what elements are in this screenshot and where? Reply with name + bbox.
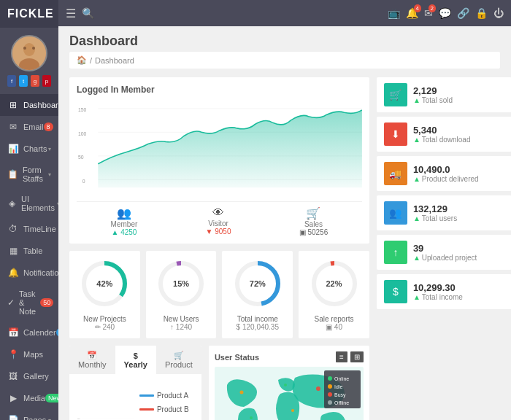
sidebar-item-form-staffs[interactable]: 📋 Form Staffs ▾ <box>0 160 58 189</box>
twitter-icon[interactable]: t <box>19 75 28 87</box>
sidebar-item-task-note[interactable]: ✓ Task & Note 50 <box>0 284 58 322</box>
mail-badge: 2 <box>429 4 436 12</box>
sidebar-item-label: Email <box>23 122 44 131</box>
visitor-icon: 👁 <box>206 206 231 219</box>
email-icon: ✉ <box>7 122 19 132</box>
stat-total-download: ⬇ 5,340 ▲ Total download <box>377 117 511 152</box>
lock-icon[interactable]: 🔒 <box>475 7 488 19</box>
sidebar-item-email[interactable]: ✉ Email 8 <box>0 116 58 138</box>
breadcrumb-home-icon: 🏠 <box>77 55 87 65</box>
breadcrumb-current: Dashboard <box>95 56 134 65</box>
left-column: Logged In Member 150 100 50 0 <box>69 77 369 420</box>
map-controls: ≡ ⊞ <box>336 351 364 362</box>
svg-point-45 <box>328 384 332 389</box>
svg-text:100: 100 <box>78 130 86 136</box>
tab-monthly[interactable]: 📅 Monthly <box>69 346 115 374</box>
logged-in-title: Logged In Member <box>77 85 362 95</box>
sidebar-item-gallery[interactable]: 🖼 Gallery <box>0 365 58 387</box>
stat-total-sold: 🛒 2,129 ▲ Total sold <box>377 77 511 112</box>
svg-text:100: 100 <box>77 418 81 419</box>
map-section: User Status ≡ ⊞ <box>209 346 369 420</box>
bottom-row: 📅 Monthly $ Yearly 🛒 Product <box>69 346 369 420</box>
dollar-icon: $ <box>384 280 407 303</box>
sidebar-item-calender[interactable]: 📅 Calender 18 <box>0 322 58 343</box>
sidebar-item-table[interactable]: ▦ Table <box>0 240 58 262</box>
svg-point-40 <box>291 409 294 412</box>
svg-point-1 <box>23 43 35 56</box>
task-icon: ✓ <box>7 298 15 308</box>
monitor-icon[interactable]: 📺 <box>388 7 400 19</box>
map-title: User Status <box>215 353 259 362</box>
svg-text:Offline: Offline <box>334 400 349 405</box>
svg-point-41 <box>250 416 253 419</box>
svg-point-38 <box>316 386 320 391</box>
topbar: ☰ 🔍 📺 🔔4 ✉2 💬 🔗 🔒 ⏻ <box>58 0 511 26</box>
users-icon: 👥 <box>384 201 407 225</box>
hamburger-button[interactable]: ☰ <box>66 7 76 20</box>
googleplus-icon[interactable]: g <box>31 75 39 87</box>
page-title: Dashboard <box>69 34 500 49</box>
svg-point-3 <box>23 47 26 50</box>
timeline-icon: ⏱ <box>7 224 19 234</box>
member-icon: 👥 <box>111 206 138 220</box>
form-icon: 📋 <box>7 169 18 179</box>
search-button[interactable]: 🔍 <box>82 7 94 19</box>
media-icon: ▶ <box>7 393 19 403</box>
tab-product[interactable]: 🛒 Product <box>156 346 201 374</box>
social-links: f t g p <box>7 75 51 87</box>
notification-icon: 🔔 <box>7 268 19 278</box>
svg-point-47 <box>328 392 332 397</box>
sidebar-item-timeline[interactable]: ⏱ TimeLine <box>0 218 58 240</box>
sidebar-item-label: Dashboard <box>23 101 58 109</box>
map-grid-view[interactable]: ⊞ <box>350 351 364 362</box>
cart-icon: 🛒 <box>384 83 407 106</box>
sidebar: FICKLE f t g p ⊞ Dashboard ✉ <box>0 0 58 420</box>
svg-text:0: 0 <box>82 177 85 184</box>
svg-point-43 <box>328 376 332 381</box>
sidebar-item-ui-elements[interactable]: ◈ UI Elements ▾ <box>0 189 58 218</box>
svg-text:Busy: Busy <box>334 392 346 398</box>
app-logo: FICKLE <box>0 0 58 28</box>
bell-icon[interactable]: 🔔4 <box>406 7 418 19</box>
task-badge: 50 <box>40 298 53 307</box>
charts-icon: 📊 <box>7 144 19 154</box>
pinterest-icon[interactable]: p <box>42 75 51 87</box>
donut-sale-reports: 22% Sale reports ▣ 40 <box>299 251 369 338</box>
map-list-view[interactable]: ≡ <box>336 351 347 362</box>
power-icon[interactable]: ⏻ <box>493 7 504 19</box>
svg-point-49 <box>328 400 332 405</box>
facebook-icon[interactable]: f <box>7 75 16 87</box>
sidebar-item-dashboard[interactable]: ⊞ Dashboard <box>0 94 58 116</box>
content-area: Dashboard 🏠 / Dashboard Logged In Member <box>58 26 511 420</box>
stat-product-delivered: 🚚 10,490.0 ▲ Product delivered <box>377 156 511 191</box>
visitor-metric: 👁 Visitor ▼ 9050 <box>206 206 231 236</box>
svg-text:Online: Online <box>334 376 349 381</box>
sidebar-item-pages[interactable]: 📄 Pages ▾ <box>0 409 58 420</box>
delivery-icon: 🚚 <box>384 162 407 185</box>
sales-icon: 🛒 <box>299 206 328 220</box>
donut-row: 42% New Projects ✏ 240 15% <box>69 251 369 338</box>
download-icon: ⬇ <box>384 122 407 146</box>
table-icon: ▦ <box>7 246 19 256</box>
main-area: ☰ 🔍 📺 🔔4 ✉2 💬 🔗 🔒 ⏻ Dashboard 🏠 / Dashbo… <box>58 0 511 420</box>
sidebar-item-notification[interactable]: 🔔 Notification <box>0 262 58 284</box>
sales-metric: 🛒 Sales ▣ 50256 <box>299 206 328 236</box>
pages-icon: 📄 <box>7 415 19 420</box>
svg-text:Idle: Idle <box>334 384 342 389</box>
maps-icon: 📍 <box>7 349 19 359</box>
sidebar-item-charts[interactable]: 📊 Charts ▾ <box>0 138 58 160</box>
share-icon[interactable]: 🔗 <box>457 7 469 19</box>
avatar-section: f t g p <box>0 28 58 94</box>
ui-icon: ◈ <box>7 198 17 209</box>
sidebar-nav: ⊞ Dashboard ✉ Email 8 📊 Charts ▾ 📋 Form … <box>0 94 58 420</box>
stat-uploaded-project: ↑ 39 ▲ Uploaded project <box>377 235 511 270</box>
stat-total-income: $ 10,299.30 ▲ Total income <box>377 274 511 309</box>
calender-badge: 18 <box>56 328 58 337</box>
avatar <box>11 35 47 71</box>
sidebar-item-media[interactable]: ▶ Media New <box>0 387 58 409</box>
mail-icon[interactable]: ✉2 <box>424 7 433 19</box>
chat-icon[interactable]: 💬 <box>439 7 451 19</box>
sidebar-item-maps[interactable]: 📍 Maps <box>0 343 58 365</box>
breadcrumb: 🏠 / Dashboard <box>69 52 500 69</box>
tab-yearly[interactable]: $ Yearly <box>115 346 156 374</box>
